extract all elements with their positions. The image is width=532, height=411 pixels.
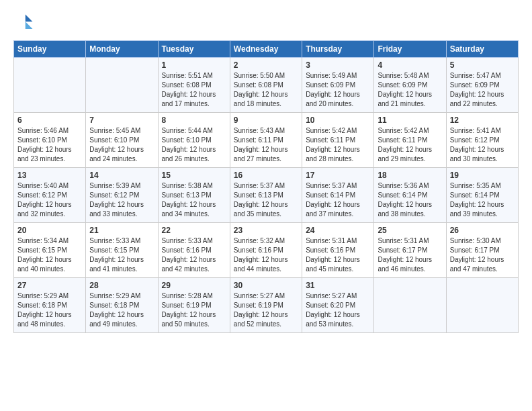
day-number: 24 [306, 226, 370, 235]
day-number: 10 [306, 116, 370, 125]
day-number: 28 [89, 281, 154, 290]
col-header-tuesday: Tuesday [158, 41, 230, 58]
day-number: 19 [450, 171, 515, 180]
day-cell: 12Sunrise: 5:41 AM Sunset: 6:12 PM Dayli… [446, 113, 518, 168]
day-info: Sunrise: 5:45 AM Sunset: 6:10 PM Dayligh… [89, 127, 144, 163]
day-info: Sunrise: 5:51 AM Sunset: 6:08 PM Dayligh… [162, 72, 216, 107]
day-cell: 7Sunrise: 5:45 AM Sunset: 6:10 PM Daylig… [86, 113, 158, 168]
day-number: 7 [89, 116, 154, 125]
col-header-thursday: Thursday [302, 41, 374, 58]
day-cell: 19Sunrise: 5:35 AM Sunset: 6:14 PM Dayli… [446, 168, 518, 223]
day-cell: 28Sunrise: 5:29 AM Sunset: 6:18 PM Dayli… [86, 278, 158, 333]
logo [13, 12, 38, 34]
day-info: Sunrise: 5:31 AM Sunset: 6:16 PM Dayligh… [306, 237, 360, 273]
day-cell: 2Sunrise: 5:50 AM Sunset: 6:08 PM Daylig… [230, 58, 302, 113]
day-number: 1 [162, 60, 226, 70]
day-info: Sunrise: 5:33 AM Sunset: 6:16 PM Dayligh… [162, 237, 216, 273]
week-row-3: 13Sunrise: 5:40 AM Sunset: 6:12 PM Dayli… [14, 168, 519, 223]
day-number: 5 [450, 60, 515, 70]
day-info: Sunrise: 5:35 AM Sunset: 6:14 PM Dayligh… [450, 182, 504, 218]
day-info: Sunrise: 5:33 AM Sunset: 6:15 PM Dayligh… [89, 237, 144, 273]
day-number: 30 [234, 281, 298, 290]
day-info: Sunrise: 5:37 AM Sunset: 6:13 PM Dayligh… [234, 182, 288, 218]
day-number: 12 [450, 116, 515, 125]
day-number: 13 [17, 171, 82, 180]
svg-marker-1 [26, 21, 33, 29]
day-cell: 30Sunrise: 5:27 AM Sunset: 6:19 PM Dayli… [230, 278, 302, 333]
day-cell: 20Sunrise: 5:34 AM Sunset: 6:15 PM Dayli… [14, 223, 86, 278]
day-cell: 11Sunrise: 5:42 AM Sunset: 6:11 PM Dayli… [374, 113, 446, 168]
day-cell [86, 58, 158, 113]
day-info: Sunrise: 5:28 AM Sunset: 6:19 PM Dayligh… [162, 292, 216, 328]
day-cell: 18Sunrise: 5:36 AM Sunset: 6:14 PM Dayli… [374, 168, 446, 223]
day-number: 26 [450, 226, 515, 235]
day-info: Sunrise: 5:37 AM Sunset: 6:14 PM Dayligh… [306, 182, 360, 218]
col-header-saturday: Saturday [446, 41, 518, 58]
day-cell: 31Sunrise: 5:27 AM Sunset: 6:20 PM Dayli… [302, 278, 374, 333]
week-row-4: 20Sunrise: 5:34 AM Sunset: 6:15 PM Dayli… [14, 223, 519, 278]
day-info: Sunrise: 5:44 AM Sunset: 6:10 PM Dayligh… [162, 127, 216, 163]
day-info: Sunrise: 5:27 AM Sunset: 6:20 PM Dayligh… [306, 292, 360, 328]
day-info: Sunrise: 5:38 AM Sunset: 6:13 PM Dayligh… [162, 182, 216, 218]
day-cell: 17Sunrise: 5:37 AM Sunset: 6:14 PM Dayli… [302, 168, 374, 223]
col-header-monday: Monday [86, 41, 158, 58]
day-number: 18 [378, 171, 442, 180]
week-row-2: 6Sunrise: 5:46 AM Sunset: 6:10 PM Daylig… [14, 113, 519, 168]
page: SundayMondayTuesdayWednesdayThursdayFrid… [0, 0, 532, 411]
day-cell: 8Sunrise: 5:44 AM Sunset: 6:10 PM Daylig… [158, 113, 230, 168]
day-info: Sunrise: 5:42 AM Sunset: 6:11 PM Dayligh… [378, 127, 432, 163]
day-cell: 6Sunrise: 5:46 AM Sunset: 6:10 PM Daylig… [14, 113, 86, 168]
day-cell: 10Sunrise: 5:42 AM Sunset: 6:11 PM Dayli… [302, 113, 374, 168]
day-cell: 24Sunrise: 5:31 AM Sunset: 6:16 PM Dayli… [302, 223, 374, 278]
day-cell: 3Sunrise: 5:49 AM Sunset: 6:09 PM Daylig… [302, 58, 374, 113]
day-cell [14, 58, 86, 113]
day-info: Sunrise: 5:39 AM Sunset: 6:12 PM Dayligh… [89, 182, 144, 218]
logo-icon [13, 12, 35, 34]
day-number: 29 [162, 281, 226, 290]
day-number: 3 [306, 60, 370, 70]
day-info: Sunrise: 5:31 AM Sunset: 6:17 PM Dayligh… [378, 237, 432, 273]
day-cell: 27Sunrise: 5:29 AM Sunset: 6:18 PM Dayli… [14, 278, 86, 333]
day-cell: 1Sunrise: 5:51 AM Sunset: 6:08 PM Daylig… [158, 58, 230, 113]
day-number: 21 [89, 226, 154, 235]
day-number: 17 [306, 171, 370, 180]
day-number: 16 [234, 171, 298, 180]
day-number: 20 [17, 226, 82, 235]
day-info: Sunrise: 5:43 AM Sunset: 6:11 PM Dayligh… [234, 127, 288, 163]
header [13, 12, 519, 34]
day-cell [374, 278, 446, 333]
day-number: 31 [306, 281, 370, 290]
day-cell: 9Sunrise: 5:43 AM Sunset: 6:11 PM Daylig… [230, 113, 302, 168]
day-cell: 21Sunrise: 5:33 AM Sunset: 6:15 PM Dayli… [86, 223, 158, 278]
day-number: 4 [378, 60, 442, 70]
day-cell: 14Sunrise: 5:39 AM Sunset: 6:12 PM Dayli… [86, 168, 158, 223]
day-info: Sunrise: 5:47 AM Sunset: 6:09 PM Dayligh… [450, 72, 504, 107]
day-info: Sunrise: 5:30 AM Sunset: 6:17 PM Dayligh… [450, 237, 504, 273]
day-cell: 29Sunrise: 5:28 AM Sunset: 6:19 PM Dayli… [158, 278, 230, 333]
day-cell: 13Sunrise: 5:40 AM Sunset: 6:12 PM Dayli… [14, 168, 86, 223]
day-info: Sunrise: 5:50 AM Sunset: 6:08 PM Dayligh… [234, 72, 288, 107]
day-cell: 5Sunrise: 5:47 AM Sunset: 6:09 PM Daylig… [446, 58, 518, 113]
calendar-table: SundayMondayTuesdayWednesdayThursdayFrid… [13, 40, 519, 333]
day-info: Sunrise: 5:49 AM Sunset: 6:09 PM Dayligh… [306, 72, 360, 107]
day-number: 11 [378, 116, 442, 125]
day-cell: 25Sunrise: 5:31 AM Sunset: 6:17 PM Dayli… [374, 223, 446, 278]
day-cell: 4Sunrise: 5:48 AM Sunset: 6:09 PM Daylig… [374, 58, 446, 113]
day-number: 27 [17, 281, 82, 290]
day-info: Sunrise: 5:40 AM Sunset: 6:12 PM Dayligh… [17, 182, 72, 218]
day-number: 6 [17, 116, 82, 125]
day-info: Sunrise: 5:27 AM Sunset: 6:19 PM Dayligh… [234, 292, 288, 328]
day-info: Sunrise: 5:36 AM Sunset: 6:14 PM Dayligh… [378, 182, 432, 218]
col-header-friday: Friday [374, 41, 446, 58]
day-info: Sunrise: 5:41 AM Sunset: 6:12 PM Dayligh… [450, 127, 504, 163]
col-header-sunday: Sunday [14, 41, 86, 58]
day-cell: 16Sunrise: 5:37 AM Sunset: 6:13 PM Dayli… [230, 168, 302, 223]
week-row-1: 1Sunrise: 5:51 AM Sunset: 6:08 PM Daylig… [14, 58, 519, 113]
day-number: 15 [162, 171, 226, 180]
day-info: Sunrise: 5:34 AM Sunset: 6:15 PM Dayligh… [17, 237, 72, 273]
day-info: Sunrise: 5:48 AM Sunset: 6:09 PM Dayligh… [378, 72, 432, 107]
day-info: Sunrise: 5:42 AM Sunset: 6:11 PM Dayligh… [306, 127, 360, 163]
day-cell: 26Sunrise: 5:30 AM Sunset: 6:17 PM Dayli… [446, 223, 518, 278]
day-number: 14 [89, 171, 154, 180]
day-number: 8 [162, 116, 226, 125]
